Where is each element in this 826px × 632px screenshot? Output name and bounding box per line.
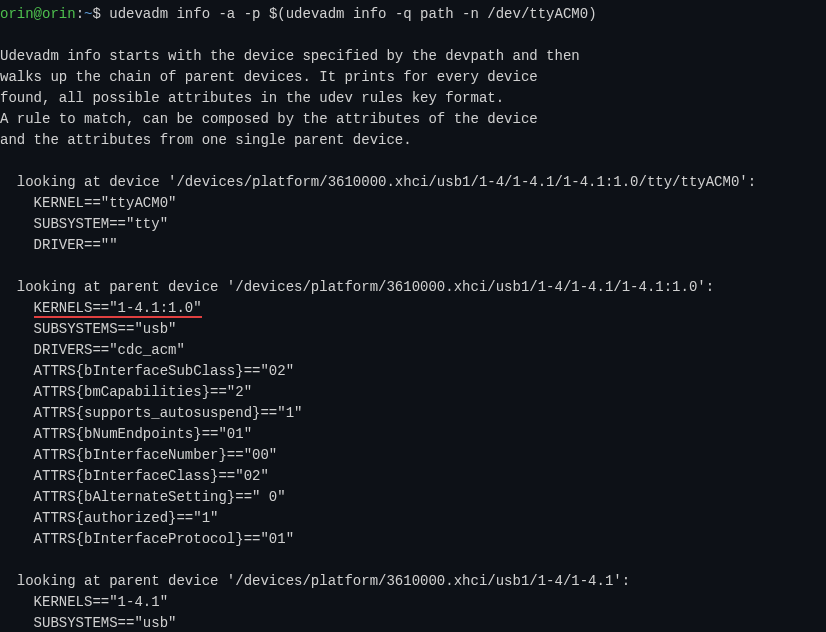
parent1-attr-6: ATTRS{bAlternateSetting}==" 0"	[0, 487, 826, 508]
command-text: udevadm info -a -p $(udevadm info -q pat…	[109, 6, 596, 22]
intro-line-3: A rule to match, can be composed by the …	[0, 109, 826, 130]
blank-line	[0, 256, 826, 277]
prompt-dollar: $	[92, 6, 109, 22]
intro-line-0: Udevadm info starts with the device spec…	[0, 46, 826, 67]
device-header: looking at device '/devices/platform/361…	[0, 172, 826, 193]
parent1-attr-8: ATTRS{bInterfaceProtocol}=="01"	[0, 529, 826, 550]
parent1-header: looking at parent device '/devices/platf…	[0, 277, 826, 298]
parent1-attr-2: ATTRS{supports_autosuspend}=="1"	[0, 403, 826, 424]
prompt-at: @	[34, 6, 42, 22]
parent1-attr-7: ATTRS{authorized}=="1"	[0, 508, 826, 529]
prompt-colon: :	[76, 6, 84, 22]
parent1-kernels-line: KERNELS=="1-4.1:1.0"	[0, 298, 826, 319]
parent1-attr-3: ATTRS{bNumEndpoints}=="01"	[0, 424, 826, 445]
parent2-subsystems: SUBSYSTEMS=="usb"	[0, 613, 826, 632]
parent1-attr-4: ATTRS{bInterfaceNumber}=="00"	[0, 445, 826, 466]
parent2-header: looking at parent device '/devices/platf…	[0, 571, 826, 592]
parent1-drivers: DRIVERS=="cdc_acm"	[0, 340, 826, 361]
intro-line-1: walks up the chain of parent devices. It…	[0, 67, 826, 88]
parent1-attr-1: ATTRS{bmCapabilities}=="2"	[0, 382, 826, 403]
device-kernel: KERNEL=="ttyACM0"	[0, 193, 826, 214]
device-driver: DRIVER==""	[0, 235, 826, 256]
parent1-attr-5: ATTRS{bInterfaceClass}=="02"	[0, 466, 826, 487]
prompt-user: orin	[0, 6, 34, 22]
parent1-attr-0: ATTRS{bInterfaceSubClass}=="02"	[0, 361, 826, 382]
highlighted-kernels: KERNELS=="1-4.1:1.0"	[34, 300, 202, 318]
blank-line	[0, 151, 826, 172]
device-subsystem: SUBSYSTEM=="tty"	[0, 214, 826, 235]
blank-line	[0, 25, 826, 46]
parent1-subsystems: SUBSYSTEMS=="usb"	[0, 319, 826, 340]
parent2-kernels: KERNELS=="1-4.1"	[0, 592, 826, 613]
intro-line-4: and the attributes from one single paren…	[0, 130, 826, 151]
terminal-prompt-line[interactable]: orin@orin:~$ udevadm info -a -p $(udevad…	[0, 4, 826, 25]
intro-line-2: found, all possible attributes in the ud…	[0, 88, 826, 109]
prompt-host: orin	[42, 6, 76, 22]
blank-line	[0, 550, 826, 571]
